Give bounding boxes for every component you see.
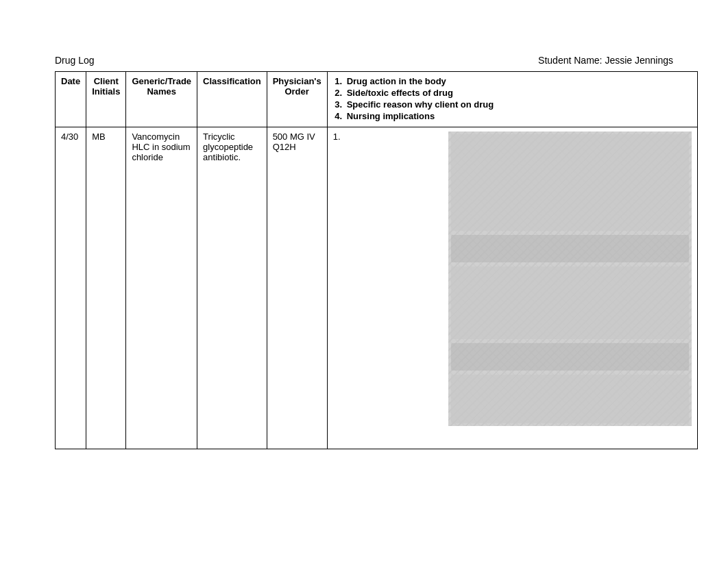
cell-initials: MB [86, 127, 126, 449]
info-cell-content: 1. [333, 132, 692, 426]
info-num-1: 1. [333, 76, 344, 86]
col-header-generic-text: Generic/Trade Names [132, 76, 191, 97]
info-num-2: 2. [333, 88, 344, 98]
cell-generic: Vancomycin HLC in sodium chloride [126, 127, 197, 449]
data-info-list: 1. [333, 132, 443, 142]
drug-log-title: Drug Log [55, 55, 95, 66]
cell-classification: Tricyclic glycopeptide antibiotic. [197, 127, 267, 449]
info-header-item-3: 3. Specific reason why client on drug [333, 99, 692, 110]
data-info-num-1: 1. [333, 132, 341, 142]
info-num-3: 3. [333, 99, 344, 110]
cell-physician: 500 MG IV Q12H [267, 127, 327, 449]
col-header-date: Date [56, 72, 86, 127]
image-section-1 [451, 134, 689, 231]
data-info-item-1: 1. [333, 132, 443, 142]
student-name-label: Student Name: [538, 55, 602, 66]
student-name: Student Name: Jessie Jennings [538, 55, 673, 66]
student-name-value: Jessie Jennings [605, 55, 673, 66]
col-header-info: 1. Drug action in the body 2. Side/toxic… [327, 72, 697, 127]
info-text-2: Side/toxic effects of drug [347, 88, 453, 98]
info-header-list: 1. Drug action in the body 2. Side/toxic… [333, 76, 692, 121]
info-header-item-4: 4. Nursing implications [333, 111, 692, 121]
info-text-4: Nursing implications [347, 111, 435, 121]
info-left-section: 1. [333, 132, 443, 426]
drug-log-table: Date Client Initials Generic/Trade Names… [55, 71, 698, 449]
image-section-3 [451, 266, 689, 339]
info-header-item-2: 2. Side/toxic effects of drug [333, 88, 692, 98]
col-header-initials: Client Initials [86, 72, 126, 127]
info-text-1: Drug action in the body [347, 76, 446, 86]
col-header-physician-text: Physician's Order [273, 76, 321, 97]
col-header-generic: Generic/Trade Names [126, 72, 197, 127]
image-section-2 [451, 235, 689, 262]
header-row: Drug Log Student Name: Jessie Jennings [55, 55, 673, 66]
image-section-4 [451, 343, 689, 371]
image-section-5 [451, 375, 689, 423]
col-header-classification: Classification [197, 72, 267, 127]
cell-info: 1. [327, 127, 697, 449]
info-header-item-1: 1. Drug action in the body [333, 76, 692, 86]
table-header-row: Date Client Initials Generic/Trade Names… [56, 72, 698, 127]
col-header-physician: Physician's Order [267, 72, 327, 127]
info-num-4: 4. [333, 111, 344, 121]
attached-document-image [448, 132, 692, 426]
table-row: 4/30 MB Vancomycin HLC in sodium chlorid… [56, 127, 698, 449]
info-text-3: Specific reason why client on drug [347, 99, 494, 110]
cell-date: 4/30 [56, 127, 86, 449]
page-container: Drug Log Student Name: Jessie Jennings D… [0, 0, 728, 477]
col-header-initials-text: Client Initials [92, 76, 120, 97]
